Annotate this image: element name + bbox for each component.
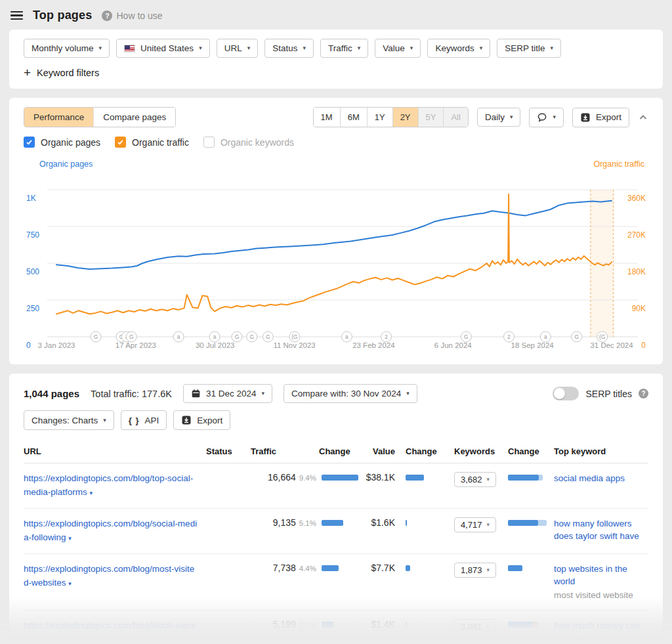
top-keyword-link[interactable]: top websites in the world xyxy=(554,563,648,588)
top-keyword-link[interactable]: how many followers does taylor swift hav… xyxy=(554,517,648,543)
tab-performance[interactable]: Performance xyxy=(24,108,93,127)
chevron-down-icon[interactable] xyxy=(58,637,61,643)
traffic-value: 16,664 xyxy=(268,472,296,483)
chevron-down-icon[interactable] xyxy=(90,490,93,496)
keywords-cell: 1,873 xyxy=(437,563,500,578)
traffic-cell: 9,1355.1% xyxy=(243,517,319,528)
traffic-change-bar xyxy=(322,622,333,628)
range-1m[interactable]: 1M xyxy=(314,108,340,127)
x-tick-label: 3 Jan 2023 xyxy=(38,341,75,349)
value-amount: $1.4K xyxy=(371,619,395,630)
interval-label: Daily xyxy=(485,112,505,122)
column-header-traffic[interactable]: Traffic xyxy=(243,446,319,456)
filter-chip-label: Keywords xyxy=(435,43,474,53)
column-header-url[interactable]: URL xyxy=(24,446,206,456)
top-keyword-cell: top websites in the worldmost visited we… xyxy=(550,563,648,602)
serp-titles-control: SERP titles xyxy=(553,387,648,400)
notes-dropdown[interactable] xyxy=(529,108,564,127)
toggle-organic-keywords[interactable]: Organic keywords xyxy=(203,137,294,148)
filter-chip-monthly-volume[interactable]: Monthly volume xyxy=(24,39,110,58)
menu-icon[interactable] xyxy=(10,11,23,20)
url-link[interactable]: https://explodingtopics.com/blog/social-… xyxy=(24,519,197,542)
keywords-change-cell xyxy=(500,565,550,571)
keywords-change-cell xyxy=(500,475,550,481)
column-header-top-keyword[interactable]: Top keyword xyxy=(550,446,648,456)
keywords-dropdown[interactable]: 3,091 xyxy=(454,619,496,634)
top-keyword-link[interactable]: how much money can you make on xyxy=(554,619,648,644)
checkbox-icon xyxy=(115,137,126,148)
serp-titles-toggle[interactable] xyxy=(553,387,579,400)
filter-chip-keywords[interactable]: Keywords xyxy=(427,39,490,58)
keywords-dropdown[interactable]: 3,682 xyxy=(454,472,496,487)
keywords-dropdown[interactable]: 4,717 xyxy=(454,517,496,532)
url-link[interactable]: https://explodingtopics.com/blog/top-soc… xyxy=(24,473,193,497)
chart-export-button[interactable]: Export xyxy=(572,108,629,127)
date-label: 31 Dec 2024 xyxy=(206,389,257,398)
filter-chip-traffic[interactable]: Traffic xyxy=(320,39,368,58)
event-marker-label: G xyxy=(129,333,134,340)
calendar-icon xyxy=(191,389,201,398)
table-panel: 1,044 pages Total traffic: 177.6K 31 Dec… xyxy=(9,374,663,644)
compare-with-button[interactable]: Compare with: 30 Nov 2024 xyxy=(284,384,417,403)
traffic-cell: 16,6649.4% xyxy=(243,472,319,483)
column-header-value[interactable]: Value xyxy=(358,446,395,456)
chevron-down-icon xyxy=(510,114,513,120)
column-header-change[interactable]: Change xyxy=(500,446,550,456)
column-header-change[interactable]: Change xyxy=(319,446,358,456)
keyword-filters-button[interactable]: Keyword filters xyxy=(24,68,648,78)
keywords-change-bar-light xyxy=(538,520,547,526)
keywords-dropdown[interactable]: 1,873 xyxy=(454,563,496,578)
column-header-change[interactable]: Change xyxy=(395,446,437,456)
changes-dropdown[interactable]: Changes: Charts xyxy=(24,410,114,430)
filter-chip-label: SERP title xyxy=(505,43,545,53)
chevron-down-icon xyxy=(103,418,106,423)
chevron-down-icon xyxy=(358,45,361,51)
top-keyword-link[interactable]: social media apps xyxy=(554,472,648,485)
url-link[interactable]: https://explodingtopics.com/blog/most-vi… xyxy=(24,564,194,588)
filter-chip-serp-title[interactable]: SERP title xyxy=(497,39,561,58)
serp-help-icon[interactable] xyxy=(639,389,648,398)
table-row: https://explodingtopics.com/blog/tiktok-… xyxy=(24,611,648,644)
tab-compare-pages[interactable]: Compare pages xyxy=(93,108,175,127)
filter-chip-status[interactable]: Status xyxy=(264,39,314,58)
event-marker-label: G xyxy=(574,333,579,340)
traffic-change-cell xyxy=(319,475,358,481)
column-header-status[interactable]: Status xyxy=(206,446,243,456)
event-marker-label: G xyxy=(464,333,469,340)
filter-chip-url[interactable]: URL xyxy=(217,39,259,58)
export-icon xyxy=(181,415,192,425)
value-change-cell xyxy=(395,622,437,628)
collapse-chevron-icon[interactable] xyxy=(638,112,648,123)
event-marker-label: G xyxy=(249,333,254,340)
table-export-button[interactable]: Export xyxy=(173,410,230,430)
keywords-count: 4,717 xyxy=(461,520,482,530)
filter-chip-united-states[interactable]: United States xyxy=(116,39,210,58)
chevron-down-icon[interactable] xyxy=(68,580,72,587)
toggle-label: Organic keywords xyxy=(220,137,294,148)
range-5y: 5Y xyxy=(418,108,444,127)
serp-titles-label: SERP titles xyxy=(585,389,632,399)
event-marker-label: G xyxy=(235,333,240,340)
column-header-keywords[interactable]: Keywords xyxy=(437,446,500,456)
toggle-organic-pages[interactable]: Organic pages xyxy=(24,137,100,148)
range-2y[interactable]: 2Y xyxy=(392,108,418,127)
value-change-cell xyxy=(395,565,437,571)
range-1y[interactable]: 1Y xyxy=(367,108,392,127)
top-keyword-cell: social media apps xyxy=(550,472,648,485)
axis-tick-label: 180K xyxy=(627,267,646,276)
toggle-organic-traffic[interactable]: Organic traffic xyxy=(115,137,189,148)
traffic-change-bar xyxy=(322,565,339,571)
export-icon xyxy=(580,112,591,123)
traffic-percent: 2.9% xyxy=(299,621,316,629)
api-button[interactable]: API xyxy=(121,410,167,430)
url-link[interactable]: https://explodingtopics.com/blog/tiktok-… xyxy=(24,620,196,644)
date-picker-button[interactable]: 31 Dec 2024 xyxy=(183,384,272,403)
chart-panel: PerformanceCompare pages 1M6M1Y2Y5YAll D… xyxy=(9,98,663,364)
range-6m[interactable]: 6M xyxy=(340,108,367,127)
x-tick-label: 11 Nov 2023 xyxy=(273,341,315,349)
filter-chip-value[interactable]: Value xyxy=(375,39,421,58)
x-tick-label: 6 Jun 2024 xyxy=(434,341,472,349)
how-to-use-link[interactable]: How to use xyxy=(102,11,162,21)
chevron-down-icon[interactable] xyxy=(68,535,72,542)
interval-dropdown[interactable]: Daily xyxy=(477,108,521,127)
